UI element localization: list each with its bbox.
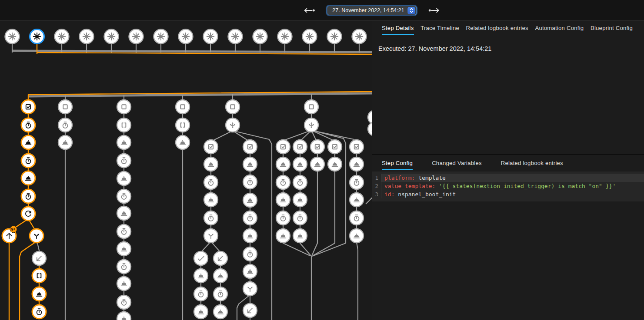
cloche-node[interactable] <box>310 157 324 171</box>
timer-node[interactable] <box>243 211 257 225</box>
cloche-node[interactable] <box>293 193 307 207</box>
cloche-node[interactable] <box>194 305 208 319</box>
square-node[interactable] <box>117 100 131 114</box>
timer-node[interactable] <box>204 175 218 189</box>
timer-node[interactable] <box>32 305 46 319</box>
cloche-node[interactable] <box>276 229 290 243</box>
square-node[interactable] <box>58 100 72 114</box>
shuffle-node[interactable] <box>226 118 240 132</box>
tab-related-logbook-entries[interactable]: Related logbook entries <box>466 21 528 35</box>
asterisk-node[interactable] <box>5 30 20 44</box>
square-node[interactable] <box>176 100 190 114</box>
asterisk-node[interactable] <box>204 30 218 44</box>
timer-node[interactable] <box>21 118 35 132</box>
shuffle-node[interactable] <box>304 118 318 132</box>
timer-node[interactable] <box>243 175 257 189</box>
tab-step-config[interactable]: Step Config <box>382 156 413 170</box>
asterisk-node[interactable] <box>129 30 143 44</box>
cloche-node[interactable] <box>276 193 290 207</box>
tab-changed-variables[interactable]: Changed Variables <box>432 156 482 170</box>
cloche-node[interactable] <box>350 229 364 243</box>
arrow-bottom-left-node[interactable] <box>32 251 46 265</box>
asterisk-node[interactable] <box>55 30 69 44</box>
timer-node[interactable] <box>194 287 208 301</box>
brackets-node[interactable] <box>32 269 46 283</box>
timer-node[interactable] <box>293 175 307 189</box>
asterisk-node[interactable] <box>327 30 342 44</box>
checkbox-node[interactable] <box>243 140 257 154</box>
timer-node[interactable] <box>117 260 131 274</box>
checkbox-node[interactable] <box>293 140 307 154</box>
cloche-node[interactable] <box>117 172 131 185</box>
run-date-select[interactable]: 27. November 2022, 14:54:21 <box>327 6 417 15</box>
square-node[interactable] <box>226 100 240 114</box>
refresh-node[interactable] <box>21 207 35 221</box>
cloche-node[interactable] <box>368 122 372 136</box>
cloche-node[interactable] <box>243 157 257 171</box>
cloche-node[interactable] <box>243 229 257 243</box>
timer-node[interactable] <box>21 154 35 168</box>
cloche-node[interactable] <box>117 277 131 290</box>
cloche-node[interactable] <box>350 193 364 207</box>
timer-node[interactable] <box>293 211 307 225</box>
timer-node[interactable] <box>350 211 364 225</box>
checkbox-node[interactable] <box>310 140 324 154</box>
timer-node[interactable] <box>58 118 72 132</box>
cloche-node[interactable] <box>328 157 342 171</box>
asterisk-node[interactable] <box>179 30 193 44</box>
cloche-node[interactable] <box>194 269 208 283</box>
cloche-node[interactable] <box>350 157 364 171</box>
yaml-code-editor[interactable]: 1platform: template2value_template: '{{ … <box>372 172 644 201</box>
split-node[interactable] <box>243 282 257 296</box>
cloche-node[interactable] <box>276 157 290 171</box>
timer-node[interactable] <box>117 189 131 203</box>
asterisk-node[interactable] <box>80 30 94 44</box>
tab-blueprint-config[interactable]: Blueprint Config <box>591 21 633 35</box>
cloche-node[interactable] <box>58 135 72 149</box>
timer-node[interactable] <box>21 189 35 203</box>
cloche-node[interactable] <box>243 193 257 207</box>
tab-automation-config[interactable]: Automation Config <box>535 21 584 35</box>
timer-node[interactable] <box>276 211 290 225</box>
timer-node[interactable] <box>117 295 131 309</box>
cloche-node[interactable] <box>293 157 307 171</box>
asterisk-node[interactable] <box>228 30 243 44</box>
brackets-node[interactable] <box>117 118 131 132</box>
timer-node[interactable] <box>117 224 131 238</box>
split-node[interactable] <box>204 229 218 243</box>
cloche-node[interactable] <box>117 242 131 256</box>
tab-step-details[interactable]: Step Details <box>382 21 414 35</box>
trace-graph[interactable]: 9+ <box>0 0 372 320</box>
timer-node[interactable] <box>350 175 364 189</box>
checkbox-node[interactable] <box>276 140 290 154</box>
next-run-button[interactable] <box>427 6 442 15</box>
asterisk-node[interactable] <box>278 30 292 44</box>
checkbox-node[interactable] <box>328 140 342 154</box>
cloche-node[interactable] <box>21 171 35 185</box>
cloche-node[interactable] <box>293 229 307 243</box>
timer-node[interactable] <box>204 211 218 225</box>
cloche-node[interactable] <box>214 305 227 319</box>
cloche-node[interactable] <box>214 269 227 283</box>
cloche-node[interactable] <box>117 206 131 220</box>
cloche-node[interactable] <box>32 287 46 301</box>
check-node[interactable] <box>194 251 208 265</box>
timer-node[interactable] <box>117 154 131 168</box>
checkbox-node[interactable] <box>204 140 218 154</box>
checkbox-node[interactable] <box>21 100 35 114</box>
previous-run-button[interactable] <box>301 6 317 15</box>
square-node[interactable] <box>368 110 372 124</box>
cloche-node[interactable] <box>117 312 131 320</box>
tab-related-logbook-entries[interactable]: Related logbook entries <box>501 156 563 170</box>
asterisk-node[interactable] <box>30 30 44 44</box>
tab-trace-timeline[interactable]: Trace Timeline <box>420 21 459 35</box>
timer-node[interactable] <box>276 175 290 189</box>
timer-node[interactable] <box>214 287 227 301</box>
cloche-node[interactable] <box>243 264 257 278</box>
asterisk-node[interactable] <box>154 30 168 44</box>
asterisk-node[interactable] <box>352 30 367 44</box>
checkbox-node[interactable] <box>350 140 364 154</box>
timer-node[interactable] <box>243 247 257 261</box>
brackets-node[interactable] <box>176 118 190 132</box>
cloche-node[interactable] <box>204 157 218 171</box>
